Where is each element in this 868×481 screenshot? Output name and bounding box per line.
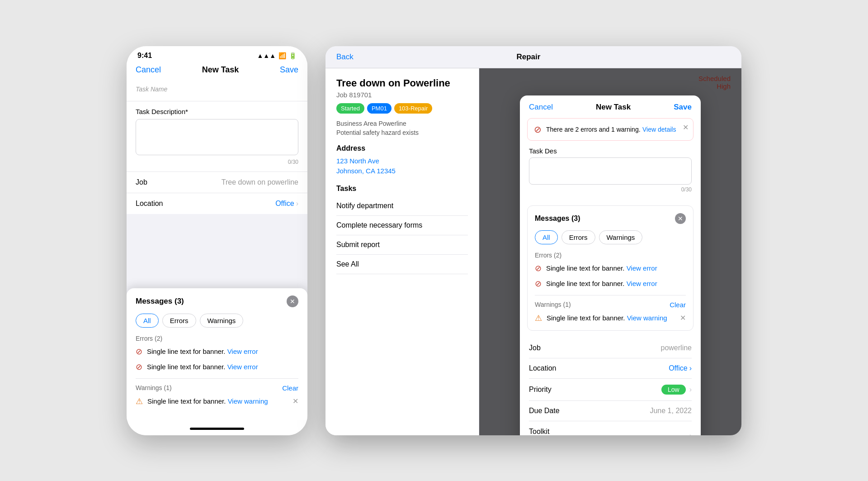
warnings-header: Warnings (1) Clear	[136, 384, 298, 392]
banner-error-text: There are 2 errors and 1 warning.	[546, 126, 641, 133]
task-description-section: Task Description* 0/30	[127, 101, 307, 171]
location-chevron-icon: ›	[296, 200, 298, 208]
location-label: Location	[136, 200, 163, 208]
tablet-dismiss-warning-button[interactable]: ✕	[680, 314, 686, 322]
job-label: Job	[136, 178, 147, 186]
phone-time: 9:41	[137, 52, 152, 60]
messages-tabs: All Errors Warnings	[136, 314, 298, 328]
tablet-left-panel: Tree down on Powerline Job 819701 Starte…	[326, 68, 479, 435]
tablet-warning-text-1: Single line text for banner.	[547, 314, 627, 322]
tablet-modal: Cancel New Task Save ⊘ There are 2 error…	[520, 95, 701, 435]
job-number: Job 819701	[336, 91, 468, 99]
tablet-modal-save-button[interactable]: Save	[674, 103, 692, 112]
tab-errors[interactable]: Errors	[162, 314, 196, 328]
warnings-section-label: Warnings (1)	[136, 384, 172, 391]
job-value: Tree down on powerline	[222, 178, 298, 186]
dismiss-warning-button[interactable]: ✕	[292, 397, 298, 405]
tablet-nav: Back Repair	[326, 46, 741, 68]
task-item-2[interactable]: Complete necessary forms	[336, 216, 468, 235]
tablet-messages-title: Messages (3)	[535, 214, 580, 223]
modal-location-text: Office	[669, 364, 688, 372]
view-error-link-1[interactable]: View error	[227, 348, 258, 355]
messages-title: Messages (3)	[136, 297, 184, 306]
phone-cancel-button[interactable]: Cancel	[136, 65, 161, 75]
tablet-bottom-rows: Toolkit None › Support None ›	[520, 421, 701, 435]
address-line1[interactable]: 123 North Ave	[336, 156, 468, 167]
clear-warnings-button[interactable]: Clear	[282, 384, 298, 392]
toolkit-chevron-icon: ›	[689, 432, 692, 435]
error-item-2: ⊘ Single line text for banner. View erro…	[136, 362, 298, 372]
badge-pm01: PM01	[367, 103, 392, 114]
tablet-clear-button[interactable]: Clear	[670, 301, 686, 309]
phone-nav: Cancel New Task Save	[127, 62, 307, 79]
error-text-1: Single line text for banner.	[147, 348, 227, 355]
char-count: 0/30	[136, 159, 298, 165]
tablet-tab-all[interactable]: All	[535, 230, 558, 244]
task-desc-char-count: 0/30	[529, 186, 692, 193]
tab-warnings[interactable]: Warnings	[200, 314, 244, 328]
job-row: Job Tree down on powerline	[127, 171, 307, 193]
tablet-view-warning-link-1[interactable]: View warning	[627, 314, 667, 322]
tablet-messages-tabs: All Errors Warnings	[535, 230, 686, 244]
phone-device: 9:41 ▲▲▲ 📶 🔋 Cancel New Task Save Task N…	[127, 46, 307, 435]
address-line2[interactable]: Johnson, CA 12345	[336, 166, 468, 176]
badge-started: Started	[336, 103, 364, 114]
banner-close-button[interactable]: ✕	[683, 123, 689, 132]
location-value: Office	[275, 200, 294, 208]
modal-priority-row[interactable]: Priority Low ›	[529, 379, 692, 401]
tablet-error-item-1: ⊘ Single line text for banner. View erro…	[535, 263, 686, 273]
tablet-view-error-link-1[interactable]: View error	[627, 264, 657, 272]
tablet-error-icon-1: ⊘	[535, 263, 542, 273]
messages-close-button[interactable]: ✕	[287, 295, 298, 307]
tablet-warnings-label: Warnings (1)	[535, 301, 571, 308]
tablet-view-error-link-2[interactable]: View error	[627, 280, 657, 287]
tablet-messages-close-button[interactable]: ✕	[675, 213, 686, 224]
tablet-right-panel: Scheduled High Cancel New Task Save	[479, 68, 741, 435]
tablet-modal-nav: Cancel New Task Save	[520, 95, 701, 112]
task-name-section: Task Name	[127, 79, 307, 101]
tablet-errors-header: Errors (2)	[535, 252, 686, 259]
task-desc-input[interactable]	[529, 157, 692, 185]
tablet-form-fields: Task Des 0/30	[520, 141, 701, 199]
toolkit-row[interactable]: Toolkit None ›	[529, 421, 692, 435]
tablet-modal-form-rows: Job powerline Location Office ›	[520, 338, 701, 421]
tablet-warnings-section: Warnings (1) Clear ⚠ Single line text fo…	[535, 295, 686, 323]
phone-save-button[interactable]: Save	[280, 65, 298, 75]
modal-due-date-row: Due Date June 1, 2022	[529, 401, 692, 421]
location-row[interactable]: Location Office ›	[127, 193, 307, 214]
task-description-input[interactable]	[136, 119, 298, 155]
modal-location-row[interactable]: Location Office ›	[529, 358, 692, 379]
phone-home-indicator	[127, 420, 307, 435]
wifi-icon: 📶	[278, 52, 286, 59]
tablet-modal-title: New Task	[596, 103, 631, 112]
tablet-back-button[interactable]: Back	[336, 52, 354, 62]
tablet-error-icon-2: ⊘	[535, 279, 542, 289]
tablet-modal-cancel-button[interactable]: Cancel	[529, 103, 553, 112]
tablet-tab-errors[interactable]: Errors	[561, 230, 595, 244]
battery-icon: 🔋	[289, 52, 297, 59]
error-icon-1: ⊘	[136, 347, 142, 357]
tablet-device: Back Repair Tree down on Powerline Job 8…	[326, 46, 741, 435]
tablet-tab-warnings[interactable]: Warnings	[599, 230, 643, 244]
modal-priority-value: Low ›	[661, 385, 692, 395]
banner-view-details-link[interactable]: View details	[642, 126, 676, 133]
modal-job-row: Job powerline	[529, 338, 692, 358]
tab-all[interactable]: All	[136, 314, 159, 328]
modal-priority-label: Priority	[529, 386, 552, 394]
task-item-see-all[interactable]: See All	[336, 255, 468, 274]
tablet-inner: Back Repair Tree down on Powerline Job 8…	[326, 46, 741, 435]
task-item-1[interactable]: Notify department	[336, 196, 468, 216]
badges: Started PM01 103-Repair	[336, 103, 468, 114]
tablet-content: Tree down on Powerline Job 819701 Starte…	[326, 68, 741, 435]
address-label: Address	[336, 144, 468, 152]
view-warning-link-1[interactable]: View warning	[228, 397, 268, 405]
badge-repair: 103-Repair	[394, 103, 432, 114]
toolkit-label: Toolkit	[529, 428, 549, 435]
error-text-2: Single line text for banner.	[147, 363, 227, 371]
tablet-error-text-2: Single line text for banner.	[546, 280, 627, 287]
task-item-3[interactable]: Submit report	[336, 235, 468, 255]
task-description-label: Task Description*	[136, 108, 298, 115]
view-error-link-2[interactable]: View error	[227, 363, 258, 371]
modal-location-label: Location	[529, 364, 557, 372]
signal-icon: ▲▲▲	[257, 52, 276, 59]
